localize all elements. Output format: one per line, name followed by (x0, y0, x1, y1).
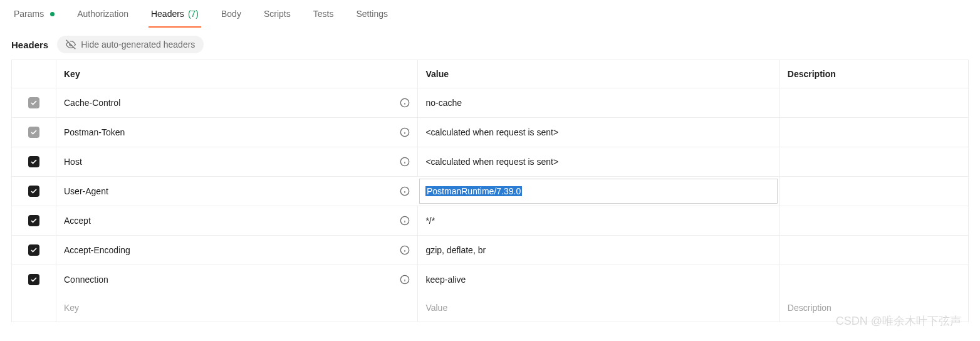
tab-params[interactable]: Params (11, 0, 57, 28)
row-checkbox[interactable] (28, 215, 39, 226)
description-cell[interactable] (779, 177, 968, 206)
hide-auto-headers-label: Hide auto-generated headers (81, 39, 195, 50)
tab-authorization[interactable]: Authorization (75, 0, 131, 28)
value-column-header: Value (417, 60, 779, 88)
row-checkbox[interactable] (28, 186, 39, 197)
checkbox-cell (12, 118, 56, 147)
checkbox-cell (12, 177, 56, 206)
tab-tests[interactable]: Tests (311, 0, 336, 28)
key-column-header: Key (56, 60, 417, 88)
description-cell[interactable] (779, 147, 968, 176)
tab-label: Scripts (264, 9, 291, 19)
checkbox-cell (12, 236, 56, 265)
row-checkbox[interactable] (28, 127, 39, 138)
key-cell[interactable]: Accept (56, 206, 417, 235)
key-cell[interactable]: Host (56, 147, 417, 176)
table-header: Key Value Description (12, 60, 968, 88)
row-checkbox[interactable] (28, 97, 39, 108)
value-text: <calculated when request is sent> (425, 157, 558, 167)
key-cell[interactable]: Connection (56, 265, 417, 294)
info-icon[interactable] (400, 98, 410, 108)
new-row-checkbox-cell (12, 294, 56, 322)
checkbox-column-header (12, 60, 56, 88)
key-cell[interactable]: User-Agent (56, 177, 417, 206)
key-text: Postman-Token (64, 127, 125, 137)
key-text: User-Agent (64, 186, 108, 196)
table-row: Connectionkeep-alive (12, 265, 968, 294)
value-cell[interactable]: <calculated when request is sent> (417, 147, 779, 176)
description-cell[interactable] (779, 206, 968, 235)
hide-auto-headers-button[interactable]: Hide auto-generated headers (57, 36, 204, 53)
checkbox-cell (12, 206, 56, 235)
key-cell[interactable]: Accept-Encoding (56, 236, 417, 265)
table-row: Cache-Controlno-cache (12, 88, 968, 118)
key-text: Connection (64, 275, 108, 285)
info-icon[interactable] (400, 186, 410, 196)
key-text: Accept-Encoding (64, 245, 130, 255)
key-cell[interactable]: Postman-Token (56, 118, 417, 147)
info-icon[interactable] (400, 245, 410, 255)
tab-label: Params (14, 9, 44, 19)
description-cell[interactable] (779, 118, 968, 147)
table-row: Accept*/* (12, 206, 968, 236)
headers-subheader: Headers Hide auto-generated headers (0, 28, 980, 60)
row-checkbox[interactable] (28, 156, 39, 167)
headers-table: Key Value Description Cache-Controlno-ca… (11, 60, 969, 322)
tab-body[interactable]: Body (219, 0, 244, 28)
tab-label: Settings (356, 9, 388, 19)
value-text: <calculated when request is sent> (425, 127, 558, 137)
checkbox-cell (12, 265, 56, 294)
new-description-input[interactable]: Description (779, 294, 968, 322)
key-text: Host (64, 157, 82, 167)
tab-count: (7) (188, 9, 199, 19)
description-cell[interactable] (779, 265, 968, 294)
new-header-row: Key Value Description (12, 294, 968, 322)
value-cell[interactable]: gzip, deflate, br (417, 236, 779, 265)
row-checkbox[interactable] (28, 244, 39, 256)
table-row: Postman-Token<calculated when request is… (12, 118, 968, 147)
info-icon[interactable] (400, 275, 410, 285)
tab-label: Headers (151, 9, 184, 19)
tab-settings[interactable]: Settings (353, 0, 390, 28)
value-text: */* (425, 216, 435, 226)
request-tabs: ParamsAuthorizationHeaders(7)BodyScripts… (0, 0, 980, 28)
checkbox-cell (12, 88, 56, 117)
tab-label: Body (221, 9, 241, 19)
info-icon[interactable] (400, 157, 410, 167)
value-cell[interactable]: keep-alive (417, 265, 779, 294)
value-cell[interactable]: <calculated when request is sent> (417, 118, 779, 147)
table-row: Accept-Encodinggzip, deflate, br (12, 236, 968, 265)
value-text: PostmanRuntime/7.39.0 (425, 186, 522, 196)
value-cell[interactable]: no-cache (417, 88, 779, 117)
key-text: Cache-Control (64, 98, 120, 108)
table-row: User-AgentPostmanRuntime/7.39.0 (12, 177, 968, 206)
value-text: no-cache (425, 98, 462, 108)
tab-label: Tests (313, 9, 334, 19)
value-cell[interactable]: PostmanRuntime/7.39.0 (419, 179, 778, 204)
new-value-input[interactable]: Value (417, 294, 779, 322)
tab-label: Authorization (77, 9, 128, 19)
key-text: Accept (64, 216, 91, 226)
value-cell[interactable]: */* (417, 206, 779, 235)
headers-title: Headers (11, 39, 48, 50)
tab-headers[interactable]: Headers(7) (149, 0, 201, 28)
new-key-input[interactable]: Key (56, 294, 417, 322)
value-text: keep-alive (425, 275, 466, 285)
description-cell[interactable] (779, 88, 968, 117)
description-column-header: Description (779, 60, 968, 88)
eye-off-icon (66, 39, 76, 50)
info-icon[interactable] (400, 127, 410, 137)
key-cell[interactable]: Cache-Control (56, 88, 417, 117)
row-checkbox[interactable] (28, 274, 39, 285)
tab-scripts[interactable]: Scripts (261, 0, 293, 28)
description-cell[interactable] (779, 236, 968, 265)
table-row: Host<calculated when request is sent> (12, 147, 968, 177)
info-icon[interactable] (400, 216, 410, 226)
value-text: gzip, deflate, br (425, 245, 486, 255)
checkbox-cell (12, 147, 56, 176)
modified-dot-icon (50, 12, 55, 16)
